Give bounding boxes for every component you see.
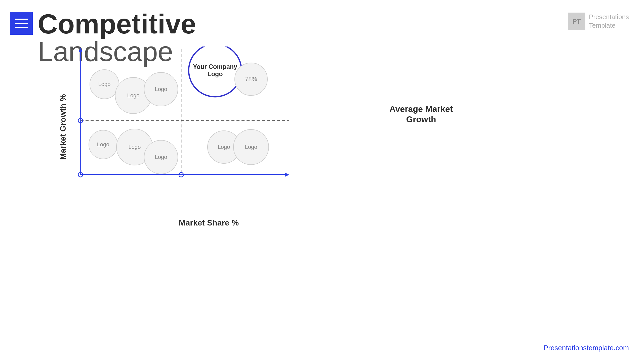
bubble-logo6-label: Logo xyxy=(97,141,109,148)
x-axis-label: Market Share % xyxy=(179,218,239,228)
bubble-78pct-label: 78% xyxy=(245,76,257,82)
bubble-logo7-label: Logo xyxy=(129,144,141,150)
brand-name-line1: Presentations xyxy=(589,13,629,21)
y-axis-label: Market Growth % xyxy=(58,94,68,160)
branding: PT Presentations Template xyxy=(568,13,629,30)
brand-badge: PT xyxy=(568,13,585,30)
bubble-your-company-label-line1: Your Company xyxy=(193,63,237,70)
bubble-logo9-label: Logo xyxy=(218,144,230,150)
menu-icon xyxy=(10,12,33,35)
menu-line-1 xyxy=(15,19,28,20)
footer-url: Presentationstemplate.com xyxy=(544,344,629,352)
avg-growth-label-line2: Growth xyxy=(389,114,453,124)
bubble-logo8-label: Logo xyxy=(155,154,167,160)
chart-svg: Logo Logo Logo Your Company Logo 78% Log… xyxy=(70,47,297,197)
bubble-your-company-label-line2: Logo xyxy=(207,70,223,77)
brand-text: Presentations Template xyxy=(589,13,629,30)
bubble-logo1-label: Logo xyxy=(98,81,111,87)
title-competitive: Competitive xyxy=(38,10,196,38)
menu-line-3 xyxy=(15,27,28,28)
bubble-logo3-label: Logo xyxy=(155,86,167,92)
x-axis-arrowhead xyxy=(285,173,289,177)
chart-wrapper: Market Growth % Logo Logo Logo Your xyxy=(70,47,347,207)
avg-growth-label-line1: Average Market xyxy=(389,104,453,114)
bubble-logo10-label: Logo xyxy=(245,144,257,150)
brand-name-line2: Template xyxy=(589,21,629,30)
avg-growth-label: Average Market Growth xyxy=(389,104,453,124)
menu-line-2 xyxy=(15,23,28,24)
y-axis-arrowhead xyxy=(78,48,83,52)
bubble-logo2-label: Logo xyxy=(127,92,140,99)
